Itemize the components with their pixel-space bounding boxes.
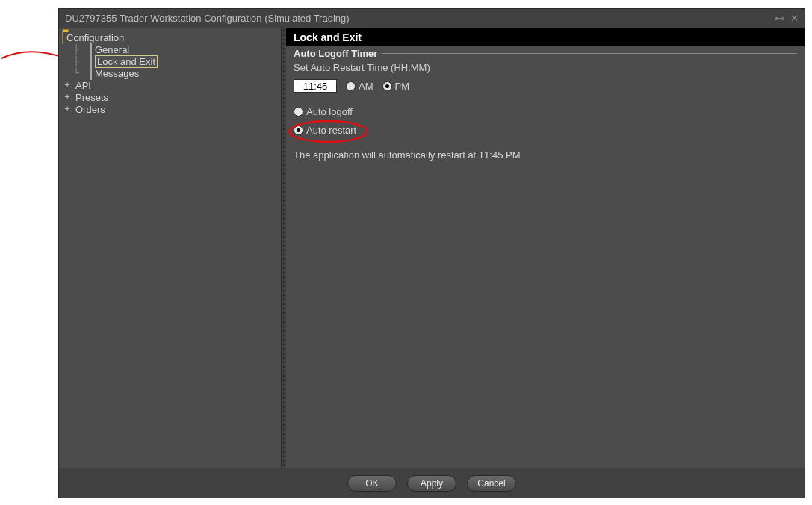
radio-dot-icon — [294, 126, 303, 135]
radio-am[interactable]: AM — [346, 81, 374, 92]
tree-item-presets[interactable]: +Presets — [61, 91, 279, 103]
titlebar: DU2797355 Trader Workstation Configurati… — [59, 9, 805, 28]
tree-item-messages[interactable]: └Messages — [61, 67, 279, 79]
tree-item-orders[interactable]: +Orders — [61, 103, 279, 115]
tree-branch-icon: ├ — [71, 56, 81, 66]
ok-button[interactable]: OK — [347, 475, 397, 492]
section-title: Auto Logoff Timer — [294, 48, 377, 59]
tree-branch-icon: └ — [71, 68, 81, 78]
radio-dot-icon — [382, 81, 392, 91]
tree-expander-icon[interactable]: + — [63, 92, 71, 102]
section-rule — [382, 53, 797, 54]
tree-expander-icon[interactable]: + — [63, 80, 71, 90]
tree-branch-icon: ├ — [71, 44, 81, 55]
page-icon — [90, 43, 92, 56]
radio-dot-icon — [294, 107, 303, 117]
radio-logoff-label: Auto logoff — [306, 106, 353, 117]
window-title: DU2797355 Trader Workstation Configurati… — [65, 13, 775, 24]
radio-restart-label: Auto restart — [306, 125, 356, 136]
tree-root-configuration[interactable]: Configuration — [61, 31, 279, 43]
close-icon[interactable]: ✕ — [790, 13, 799, 24]
radio-auto-logoff[interactable]: Auto logoff — [294, 106, 797, 117]
dialog-footer: OK Apply Cancel — [59, 468, 805, 498]
section-hint: Set Auto Restart Time (HH:MM) — [294, 62, 797, 73]
config-window: DU2797355 Trader Workstation Configurati… — [58, 8, 805, 498]
tree-item-label: General — [95, 44, 129, 55]
tree-root-label: Configuration — [66, 32, 124, 43]
page-icon — [90, 55, 92, 68]
tree-item-label: Lock and Exit — [95, 55, 158, 68]
tree-expander-icon[interactable]: + — [63, 104, 71, 114]
pin-icon[interactable]: ⊷ — [775, 13, 784, 24]
time-input[interactable] — [294, 79, 337, 93]
panel-heading: Lock and Exit — [286, 28, 805, 46]
folder-icon — [62, 31, 63, 44]
tree-item-label: Presets — [75, 92, 108, 103]
radio-auto-restart[interactable]: Auto restart — [294, 125, 797, 136]
restart-message: The application will automatically resta… — [294, 149, 797, 161]
radio-am-label: AM — [359, 81, 374, 92]
page-icon — [90, 67, 92, 80]
cancel-button[interactable]: Cancel — [467, 475, 516, 492]
tree-item-general[interactable]: ├General — [61, 43, 279, 55]
apply-button[interactable]: Apply — [407, 475, 456, 492]
radio-dot-icon — [346, 81, 356, 91]
tree-item-label: API — [75, 80, 91, 91]
tree-item-label: Messages — [95, 68, 139, 79]
main-panel: Lock and Exit Auto Logoff Timer Set Auto… — [286, 28, 805, 468]
tree-item-label: Orders — [75, 104, 105, 115]
radio-pm[interactable]: PM — [382, 81, 410, 92]
config-tree: Configuration ├General├Lock and Exit└Mes… — [59, 28, 282, 468]
tree-item-lock-and-exit[interactable]: ├Lock and Exit — [61, 55, 279, 67]
radio-pm-label: PM — [395, 81, 410, 92]
tree-item-api[interactable]: +API — [61, 79, 279, 91]
